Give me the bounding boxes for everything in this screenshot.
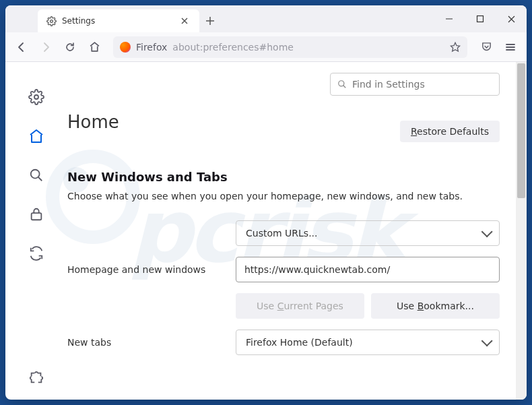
newtabs-label: New tabs — [67, 337, 236, 348]
firefox-icon — [120, 42, 131, 53]
use-bookmark-button[interactable]: Use Bookmark... — [371, 293, 500, 319]
scroll-thumb[interactable] — [517, 63, 525, 198]
sidebar-sync-icon[interactable] — [28, 245, 44, 261]
settings-search[interactable] — [330, 73, 500, 96]
sidebar-privacy-icon[interactable] — [28, 206, 44, 222]
svg-point-3 — [34, 95, 38, 99]
homepage-url-input[interactable] — [236, 257, 500, 282]
toolbar: Firefox about:preferences#home — [5, 32, 527, 62]
sidebar — [5, 62, 67, 400]
gear-icon — [46, 15, 57, 26]
app-menu-button[interactable] — [500, 36, 521, 58]
main-content: Home Restore Defaults New Windows and Ta… — [67, 62, 527, 400]
svg-rect-5 — [32, 213, 42, 220]
pocket-icon[interactable] — [475, 36, 497, 58]
url-bar[interactable]: Firefox about:preferences#home — [113, 36, 467, 58]
use-current-pages-button[interactable]: Use Current Pages — [236, 293, 364, 319]
newtabs-mode-select[interactable]: Firefox Home (Default) — [236, 330, 500, 355]
sidebar-general-icon[interactable] — [28, 89, 44, 105]
home-button[interactable] — [84, 36, 105, 58]
svg-marker-2 — [451, 42, 459, 51]
section-heading: New Windows and Tabs — [67, 170, 500, 184]
back-button[interactable] — [11, 36, 32, 58]
bookmark-star-icon[interactable] — [450, 42, 461, 53]
sidebar-search-icon[interactable] — [28, 167, 44, 183]
close-icon[interactable] — [178, 14, 191, 28]
page-title: Home — [67, 112, 119, 132]
homepage-mode-select[interactable]: Custom URLs... — [236, 220, 500, 246]
tab-label: Settings — [62, 16, 178, 26]
svg-point-0 — [50, 20, 53, 22]
svg-point-4 — [31, 170, 40, 179]
search-icon — [337, 80, 347, 89]
section-description: Choose what you see when you open your h… — [67, 191, 500, 201]
sidebar-extensions-icon[interactable] — [28, 370, 44, 386]
homepage-label: Homepage and new windows — [67, 264, 236, 275]
sidebar-home-icon[interactable] — [28, 128, 44, 144]
restore-defaults-button[interactable]: Restore Defaults — [400, 121, 500, 142]
window-close-button[interactable] — [496, 5, 527, 32]
browser-tab[interactable]: Settings — [38, 9, 199, 32]
url-path: about:preferences#home — [172, 42, 294, 53]
minimize-button[interactable] — [434, 5, 465, 32]
settings-search-input[interactable] — [352, 79, 492, 90]
svg-point-6 — [339, 81, 344, 86]
svg-rect-1 — [477, 16, 484, 22]
maximize-button[interactable] — [465, 5, 496, 32]
url-prefix: Firefox — [136, 42, 167, 53]
new-tab-button[interactable] — [199, 9, 221, 32]
scrollbar[interactable] — [516, 62, 527, 400]
forward-button[interactable] — [35, 36, 57, 58]
reload-button[interactable] — [59, 36, 81, 58]
titlebar: Settings — [5, 5, 527, 32]
